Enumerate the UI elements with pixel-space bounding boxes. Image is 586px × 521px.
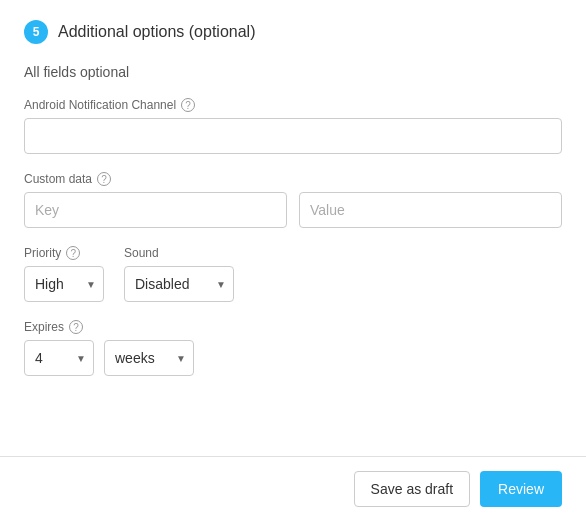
save-draft-button[interactable]: Save as draft <box>354 471 471 507</box>
page-container: 5 Additional options (optional) All fiel… <box>0 0 586 521</box>
expires-unit-select[interactable]: minutes hours days weeks <box>104 340 194 376</box>
priority-field: Priority ? High Normal Low ▼ <box>24 246 104 302</box>
custom-data-help-icon[interactable]: ? <box>97 172 111 186</box>
custom-data-value-input[interactable] <box>299 192 562 228</box>
review-button[interactable]: Review <box>480 471 562 507</box>
priority-sound-row: Priority ? High Normal Low ▼ Sound <box>24 246 562 302</box>
priority-label: Priority ? <box>24 246 104 260</box>
step-badge: 5 <box>24 20 48 44</box>
fields-optional-label: All fields optional <box>24 64 562 80</box>
android-channel-group: Android Notification Channel ? <box>24 98 562 154</box>
android-channel-label: Android Notification Channel ? <box>24 98 562 112</box>
custom-data-label: Custom data ? <box>24 172 562 186</box>
sound-select[interactable]: Disabled Default Custom <box>124 266 234 302</box>
expires-help-icon[interactable]: ? <box>69 320 83 334</box>
priority-select[interactable]: High Normal Low <box>24 266 104 302</box>
sound-label: Sound <box>124 246 234 260</box>
footer-bar: Save as draft Review <box>0 456 586 521</box>
expires-row: 1 2 3 4 5 6 7 8 ▼ minutes hours <box>24 340 562 376</box>
android-channel-help-icon[interactable]: ? <box>181 98 195 112</box>
expires-group: Expires ? 1 2 3 4 5 6 7 8 ▼ <box>24 320 562 376</box>
custom-data-group: Custom data ? <box>24 172 562 228</box>
step-number: 5 <box>33 25 40 39</box>
custom-data-row <box>24 192 562 228</box>
expires-number-select[interactable]: 1 2 3 4 5 6 7 8 <box>24 340 94 376</box>
android-channel-input[interactable] <box>24 118 562 154</box>
priority-sound-group: Priority ? High Normal Low ▼ Sound <box>24 246 562 302</box>
priority-help-icon[interactable]: ? <box>66 246 80 260</box>
custom-data-key-input[interactable] <box>24 192 287 228</box>
priority-select-wrapper: High Normal Low ▼ <box>24 266 104 302</box>
sound-field: Sound Disabled Default Custom ▼ <box>124 246 234 302</box>
expires-label: Expires ? <box>24 320 562 334</box>
main-content: 5 Additional options (optional) All fiel… <box>0 0 586 456</box>
expires-unit-wrapper: minutes hours days weeks ▼ <box>104 340 194 376</box>
sound-select-wrapper: Disabled Default Custom ▼ <box>124 266 234 302</box>
section-title: Additional options (optional) <box>58 23 255 41</box>
section-header: 5 Additional options (optional) <box>24 20 562 44</box>
expires-number-wrapper: 1 2 3 4 5 6 7 8 ▼ <box>24 340 94 376</box>
